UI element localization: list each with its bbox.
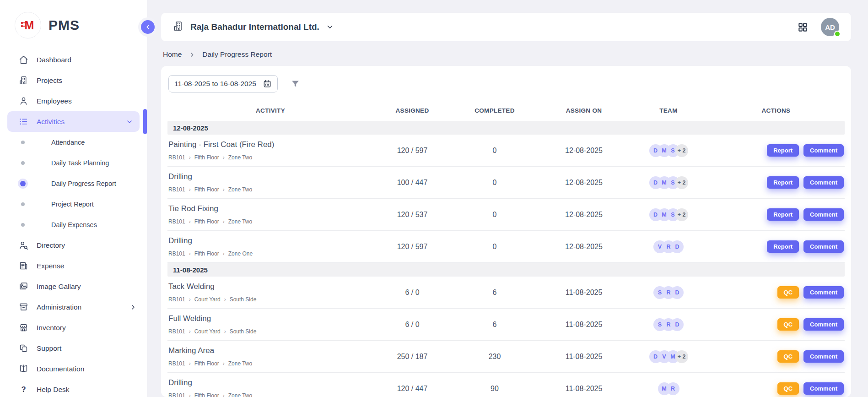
svg-text:M: M [25, 19, 34, 32]
report-button[interactable]: Report [767, 176, 799, 189]
sidebar-item-administration[interactable]: Administration [0, 297, 147, 317]
comment-button[interactable]: Comment [803, 240, 844, 253]
sidebar-item-projects[interactable]: Projects [0, 70, 147, 91]
breadcrumb: Home Daily Progress Report [163, 50, 851, 59]
user-avatar[interactable]: AD [821, 18, 839, 36]
sidebar-item-label: Support [37, 344, 137, 353]
company-selector[interactable]: Raja Bahadur International Ltd. [173, 21, 334, 34]
qc-button[interactable]: QC [777, 286, 799, 299]
qc-button[interactable]: QC [777, 382, 799, 395]
completed-value: 6 [451, 321, 538, 329]
building-icon [18, 76, 28, 86]
assign-on-value: 11-08-2025 [538, 385, 630, 393]
company-name: Raja Bahadur International Ltd. [190, 22, 319, 32]
path-segment: Fifth Floor [194, 186, 219, 193]
dot-icon [21, 202, 25, 206]
question-icon: ? [18, 385, 28, 395]
team-member-avatar[interactable]: D [671, 286, 684, 299]
activity-name: Painting - First Coat (Fire Red) [167, 140, 373, 149]
row-actions: QCComment [707, 318, 845, 331]
path-chevron-icon: › [189, 393, 191, 397]
sidebar-subitem-daily-expenses[interactable]: Daily Expenses [0, 214, 147, 235]
comment-button[interactable]: Comment [803, 144, 844, 157]
apps-grid-icon[interactable] [798, 22, 808, 33]
person-icon [18, 96, 28, 106]
completed-value: 6 [451, 288, 538, 297]
report-button[interactable]: Report [767, 208, 799, 221]
assign-on-value: 11-08-2025 [538, 288, 630, 297]
path-segment: Fifth Floor [194, 250, 219, 257]
topbar-right: AD [798, 18, 839, 36]
assigned-value: 120 / 597 [373, 243, 451, 251]
path-chevron-icon: › [224, 329, 226, 334]
comment-button[interactable]: Comment [803, 286, 844, 299]
table-row: Marking AreaRB101›Fifth Floor›Zone Two25… [167, 341, 845, 373]
sidebar-item-activities[interactable]: Activities [7, 111, 140, 132]
date-group-header: 11-08-2025 [167, 263, 845, 277]
assigned-value: 6 / 0 [373, 321, 451, 329]
path-segment: South Side [230, 296, 257, 303]
sidebar-item-employees[interactable]: Employees [0, 91, 147, 111]
sidebar-item-label: Projects [37, 76, 137, 85]
column-header-activity: ACTIVITY [167, 107, 373, 114]
sidebar-item-help-desk[interactable]: ?Help Desk [0, 379, 147, 397]
comment-button[interactable]: Comment [803, 350, 844, 363]
sidebar-item-directory[interactable]: Directory [0, 235, 147, 256]
row-actions: ReportComment [707, 144, 845, 157]
people-search-icon [18, 240, 28, 250]
sidebar-item-expense[interactable]: Expense [0, 256, 147, 276]
path-segment: Fifth Floor [194, 218, 219, 225]
table-row: DrillingRB101›Fifth Floor›Zone Two100 / … [167, 167, 845, 199]
sidebar-item-support[interactable]: Support [0, 338, 147, 359]
comment-button[interactable]: Comment [803, 176, 844, 189]
sidebar-item-image-gallary[interactable]: Image Gallary [0, 276, 147, 297]
qc-button[interactable]: QC [777, 318, 799, 331]
date-range-input[interactable]: 11-08-2025 to 16-08-2025 [168, 75, 278, 92]
path-segment: Zone Two [228, 360, 252, 367]
path-segment: RB101 [168, 296, 185, 303]
breadcrumb-home[interactable]: Home [163, 50, 182, 59]
team-more-badge[interactable]: + 2 [675, 144, 688, 157]
archive-icon [18, 302, 28, 312]
path-chevron-icon: › [223, 393, 225, 397]
team-member-avatar[interactable]: D [671, 318, 684, 331]
path-segment: Zone Two [228, 186, 252, 193]
activity-path: RB101›Fifth Floor›Zone One [167, 250, 373, 257]
table-header-row: ACTIVITYASSIGNEDCOMPLETEDASSIGN ONTEAMAC… [167, 100, 845, 121]
qc-button[interactable]: QC [777, 350, 799, 363]
report-button[interactable]: Report [767, 144, 799, 157]
sidebar-subitem-project-report[interactable]: Project Report [0, 194, 147, 214]
assigned-value: 250 / 187 [373, 353, 451, 361]
sidebar-subitem-attendance[interactable]: Attendance [0, 132, 147, 152]
assign-on-value: 12-08-2025 [538, 179, 630, 187]
sidebar-item-inventory[interactable]: Inventory [0, 317, 147, 338]
activity-cell: DrillingRB101›Fifth Floor›Zone One [167, 236, 373, 257]
comment-button[interactable]: Comment [803, 318, 844, 331]
path-chevron-icon: › [189, 187, 191, 192]
assign-on-value: 11-08-2025 [538, 321, 630, 329]
path-chevron-icon: › [189, 251, 191, 256]
activity-cell: Full WeldingRB101›Court Yard›South Side [167, 314, 373, 335]
sidebar: M PMS DashboardProjectsEmployeesActiviti… [0, 0, 147, 397]
assign-on-value: 12-08-2025 [538, 243, 630, 251]
date-group-header: 12-08-2025 [167, 121, 845, 135]
svg-text:?: ? [21, 385, 26, 394]
comment-button[interactable]: Comment [803, 208, 844, 221]
sidebar-item-documentation[interactable]: Documentation [0, 359, 147, 379]
sidebar-subitem-daily-progress-report[interactable]: Daily Progress Report [0, 173, 147, 194]
team-more-badge[interactable]: + 2 [675, 176, 688, 189]
row-actions: ReportComment [707, 208, 845, 221]
team-more-badge[interactable]: + 2 [675, 350, 688, 363]
sidebar-item-dashboard[interactable]: Dashboard [0, 49, 147, 70]
team-member-avatar[interactable]: D [671, 240, 684, 253]
team-more-badge[interactable]: + 2 [675, 208, 688, 221]
filter-icon[interactable] [291, 79, 300, 89]
path-chevron-icon: › [223, 251, 225, 256]
sidebar-item-label: Employees [37, 97, 137, 105]
team-member-avatar[interactable]: R [667, 382, 679, 395]
assign-on-value: 11-08-2025 [538, 353, 630, 361]
sidebar-collapse-button[interactable] [141, 20, 155, 34]
comment-button[interactable]: Comment [803, 382, 844, 395]
sidebar-subitem-daily-task-planning[interactable]: Daily Task Planning [0, 152, 147, 173]
report-button[interactable]: Report [767, 240, 799, 253]
